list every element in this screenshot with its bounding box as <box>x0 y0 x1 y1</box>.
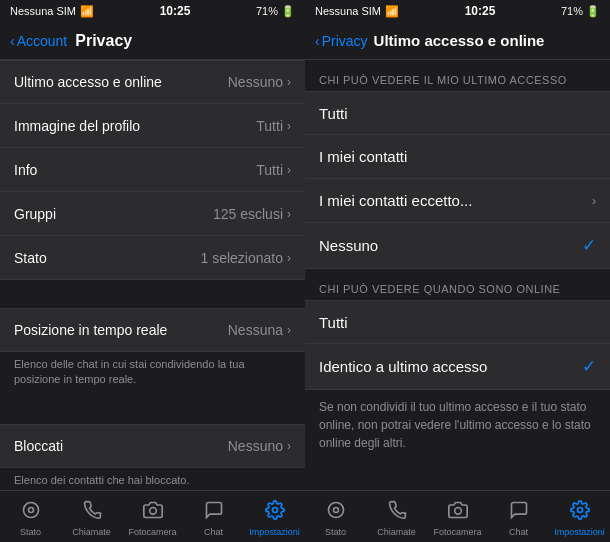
tab-label-impostazioni: Impostazioni <box>249 527 300 537</box>
posizione-desc: Elenco delle chat in cui stai condividen… <box>0 352 305 396</box>
left-nav-title: Privacy <box>75 32 132 50</box>
chevron-posizione: › <box>287 323 291 337</box>
right-item-label-nessuno: Nessuno <box>319 237 378 254</box>
right-section2-list: Tutti Identico a ultimo accesso ✓ <box>305 300 610 390</box>
spacer-2 <box>0 396 305 424</box>
item-label-0: Ultimo accesso e online <box>14 74 162 90</box>
right-back-label: Privacy <box>322 33 368 49</box>
item-value-0: Nessuno › <box>228 74 291 90</box>
right-item-label-tutti: Tutti <box>319 105 348 122</box>
right-status-bar: Nessuna SIM 📶 10:25 71% 🔋 <box>305 0 610 22</box>
right-item-online-tutti[interactable]: Tutti <box>305 300 610 344</box>
right-item-contatti[interactable]: I miei contatti <box>305 135 610 179</box>
item-label-bloccati: Bloccati <box>14 438 63 454</box>
list-item-gruppi[interactable]: Gruppi 125 esclusi › <box>0 192 305 236</box>
section1-header: CHI PUÒ VEDERE IL MIO ULTIMO ACCESSO <box>305 60 610 91</box>
check-nessuno: ✓ <box>582 235 596 256</box>
chevron-eccetto: › <box>592 194 596 208</box>
right-status-right: 71% 🔋 <box>561 5 600 18</box>
carrier-left: Nessuna SIM <box>10 5 76 17</box>
chat-icon <box>204 500 224 525</box>
battery-pct-left: 71% <box>256 5 278 17</box>
right-tab-impostazioni[interactable]: Impostazioni <box>549 491 610 542</box>
right-tab-stato[interactable]: Stato <box>305 491 366 542</box>
right-item-label-identico: Identico a ultimo accesso <box>319 358 487 375</box>
list-item-info[interactable]: Info Tutti › <box>0 148 305 192</box>
impostazioni-icon <box>265 500 285 525</box>
tab-label-stato: Stato <box>20 527 41 537</box>
svg-point-2 <box>149 508 156 515</box>
left-panel: Nessuna SIM 📶 10:25 71% 🔋 ‹ Account Priv… <box>0 0 305 542</box>
spacer-1 <box>0 280 305 308</box>
r-tab-label-chiamate: Chiamate <box>377 527 416 537</box>
check-identico: ✓ <box>582 356 596 377</box>
chevron-icon-1: › <box>287 119 291 133</box>
tab-label-chat: Chat <box>204 527 223 537</box>
wifi-icon-right: 📶 <box>385 5 399 18</box>
bloccati-desc: Elenco dei contatti che hai bloccato. <box>0 468 305 490</box>
left-scroll-area: Ultimo accesso e online Nessuno › Immagi… <box>0 60 305 490</box>
chevron-icon-3: › <box>287 207 291 221</box>
right-section1-list: Tutti I miei contatti I miei contatti ec… <box>305 91 610 269</box>
right-item-label-contatti: I miei contatti <box>319 148 407 165</box>
left-posizione-section: Posizione in tempo reale Nessuna › Elenc… <box>0 308 305 396</box>
left-tab-stato[interactable]: Stato <box>0 491 61 542</box>
list-item-ultimo-accesso[interactable]: Ultimo accesso e online Nessuno › <box>0 60 305 104</box>
right-chevron-icon: ‹ <box>315 33 320 49</box>
stato-icon <box>21 500 41 525</box>
svg-point-0 <box>23 503 38 518</box>
left-status-left: Nessuna SIM 📶 <box>10 5 94 18</box>
right-item-contatti-eccetto[interactable]: I miei contatti eccetto... › <box>305 179 610 223</box>
right-tab-fotocamera[interactable]: Fotocamera <box>427 491 488 542</box>
item-label-3: Gruppi <box>14 206 56 222</box>
battery-icon-right: 🔋 <box>586 5 600 18</box>
right-back-button[interactable]: ‹ Privacy <box>315 33 368 49</box>
left-chevron-icon: ‹ <box>10 33 15 49</box>
item-label-2: Info <box>14 162 37 178</box>
left-tab-chat[interactable]: Chat <box>183 491 244 542</box>
item-value-3: 125 esclusi › <box>213 206 291 222</box>
right-item-tutti[interactable]: Tutti <box>305 91 610 135</box>
item-value-4: 1 selezionato › <box>200 250 291 266</box>
r-tab-label-impostazioni: Impostazioni <box>554 527 605 537</box>
left-tab-impostazioni[interactable]: Impostazioni <box>244 491 305 542</box>
right-item-nessuno[interactable]: Nessuno ✓ <box>305 223 610 269</box>
left-tab-chiamate[interactable]: Chiamate <box>61 491 122 542</box>
svg-point-1 <box>28 508 33 513</box>
svg-point-4 <box>328 503 343 518</box>
carrier-right: Nessuna SIM <box>315 5 381 17</box>
item-label-1: Immagine del profilo <box>14 118 140 134</box>
right-tab-chat[interactable]: Chat <box>488 491 549 542</box>
r-tab-label-chat: Chat <box>509 527 528 537</box>
svg-point-7 <box>577 508 582 513</box>
item-label-posizione: Posizione in tempo reale <box>14 322 167 338</box>
r-tab-label-fotocamera: Fotocamera <box>433 527 481 537</box>
right-tab-chiamate[interactable]: Chiamate <box>366 491 427 542</box>
time-left: 10:25 <box>160 4 191 18</box>
list-item-posizione[interactable]: Posizione in tempo reale Nessuna › <box>0 308 305 352</box>
left-tab-fotocamera[interactable]: Fotocamera <box>122 491 183 542</box>
right-status-left: Nessuna SIM 📶 <box>315 5 399 18</box>
left-nav-bar: ‹ Account Privacy <box>0 22 305 60</box>
item-value-posizione: Nessuna › <box>228 322 291 338</box>
item-value-bloccati: Nessuno › <box>228 438 291 454</box>
wifi-icon-left: 📶 <box>80 5 94 18</box>
right-panel: Nessuna SIM 📶 10:25 71% 🔋 ‹ Privacy Ulti… <box>305 0 610 542</box>
tab-label-fotocamera: Fotocamera <box>128 527 176 537</box>
right-item-identico[interactable]: Identico a ultimo accesso ✓ <box>305 344 610 390</box>
left-bloccati-section: Bloccati Nessuno › Elenco dei contatti c… <box>0 424 305 490</box>
left-status-bar: Nessuna SIM 📶 10:25 71% 🔋 <box>0 0 305 22</box>
list-item-bloccati[interactable]: Bloccati Nessuno › <box>0 424 305 468</box>
right-item-label-eccetto: I miei contatti eccetto... <box>319 192 472 209</box>
left-back-button[interactable]: ‹ Account <box>10 33 67 49</box>
r-impostazioni-icon <box>570 500 590 525</box>
item-value-1: Tutti › <box>256 118 291 134</box>
list-item-immagine[interactable]: Immagine del profilo Tutti › <box>0 104 305 148</box>
chevron-bloccati: › <box>287 439 291 453</box>
left-main-section: Ultimo accesso e online Nessuno › Immagi… <box>0 60 305 280</box>
right-tab-bar: Stato Chiamate Fotocamera Chat Impostazi… <box>305 490 610 542</box>
list-item-stato[interactable]: Stato 1 selezionato › <box>0 236 305 280</box>
right-description: Se non condividi il tuo ultimo accesso e… <box>305 390 610 464</box>
left-tab-bar: Stato Chiamate Fotocamera Chat Impostazi… <box>0 490 305 542</box>
svg-point-3 <box>272 508 277 513</box>
